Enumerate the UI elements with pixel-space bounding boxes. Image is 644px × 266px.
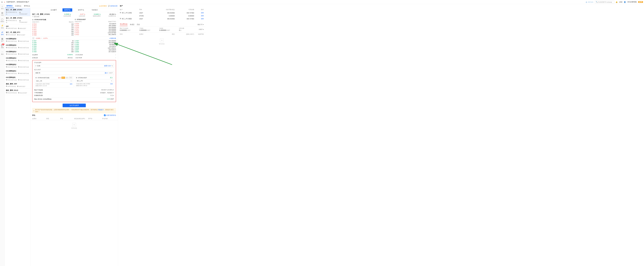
strategy-item[interactable]: KNC费率套利6KNC/USDT永续KNC/USDT永续 (5, 37, 30, 44)
form-left-account: STORJ/USDT永续 卖出 全仓 3X 币本 张三_1号 可用(USDT) … (34, 76, 74, 88)
right-transfer-link[interactable]: 划转 (110, 83, 113, 85)
asset-row: 张三_1号 (永续)USDT489.454960448.737960划转 (118, 11, 206, 14)
search-icon: 🔍 (596, 1, 598, 3)
aicoin-logo: ◐ AICoin (586, 1, 593, 3)
metric: 48.864 %当前费率年化 (108, 13, 116, 17)
search-input[interactable]: 🔍 OLAS/WETH uniswap (595, 1, 614, 4)
nav-icon: ⇄ (2, 31, 3, 33)
username[interactable]: AICoin研究院 (628, 1, 637, 3)
strategy-item[interactable]: 测试_费率_EGLDEGLD/USD永续EGLD/USDT (5, 89, 30, 95)
metric: 0.0492 %预测资金费率 (93, 13, 100, 17)
strategy-item[interactable]: KNC费率套利1KNC/USDT永续KNC/USDT永续 (5, 69, 30, 76)
refresh-price-link[interactable]: ≡ 刷新价格 (109, 37, 116, 39)
depth-row: 0.7004147 (32, 44, 74, 45)
transfer-link[interactable]: 划转 (201, 12, 204, 14)
strategy-item[interactable]: KNC费率套利5KNC/USDT永续KNC/USDT永续 (5, 44, 30, 50)
nav-icon: ⌂ (2, 5, 3, 8)
pnl-tab-2[interactable]: 历史 (137, 24, 140, 26)
promo-text: 无需申请API，管理您的OKX账户 (6, 1, 29, 3)
pnl-empty: ≣ 暂无信息 (118, 36, 206, 48)
center-tab-3[interactable]: 专家模式 (90, 8, 100, 12)
sidenav-更多[interactable]: ⋯更多 (1, 51, 4, 55)
price-badge: 价 (32, 37, 34, 39)
strategy-item[interactable]: KNC费率套利2KNC/USDT永续KNC/USDT永续 (5, 63, 30, 69)
right-account-select[interactable]: 张三_1号 (76, 79, 113, 83)
nav-icon: ▤ (1, 12, 3, 14)
period-filter[interactable]: 最近7天 ▾ (198, 24, 204, 26)
depth-row: 0.7002187 (32, 47, 74, 49)
pnl-tab-1[interactable]: 未成交 (130, 24, 134, 26)
only-arbitrage-checkbox[interactable]: 仅显示套利持仓 (104, 114, 116, 116)
strategy-item[interactable]: 张三_1号_期现_BTCBTC/USD当季BTC/USDT (5, 31, 30, 37)
edit-strategy-link[interactable]: ✎ 编辑策略 (32, 16, 50, 18)
pnl-stat: 最近7天总收益0.000000USDT (120, 28, 140, 31)
depth-row: 0.7003215 (32, 45, 74, 47)
depth-row: 0.699992.423674 (75, 45, 116, 47)
spread-input[interactable]: > 0.04 推荐 0.04% (34, 64, 114, 68)
sidenav-行情[interactable]: ▤行情 (1, 12, 4, 16)
nav-icon: ◯ (1, 18, 3, 21)
currency-selector[interactable]: USD (619, 1, 622, 3)
transfer-link[interactable]: 划转 (201, 18, 204, 20)
depth-row: 0.7000368 (32, 51, 74, 53)
bell-icon[interactable]: 🔔 (616, 1, 618, 3)
pnl-tab-0[interactable]: 资金费收益 (120, 23, 128, 26)
avatar-icon[interactable]: 👤 (624, 1, 626, 3)
strategy-item[interactable]: 测试_费率_XRPXRP/USD永续XRP/USDT (5, 82, 30, 89)
left-transfer-link[interactable]: 划转 (70, 83, 72, 85)
sidenav-资产[interactable]: ▦资产 (1, 38, 4, 42)
strategy-item[interactable]: 张三_1号_费率_STORJSTORJ/USDT永续STORJ/USDT (5, 16, 30, 25)
sidenav-快讯[interactable]: ⚡快讯 (1, 24, 4, 29)
left-account-select[interactable]: 张三_1号 (36, 79, 72, 83)
run-open-button[interactable]: 运行开仓程序 (62, 104, 86, 107)
form-right-account: STORJ/USDT 买入 张三_1号 可用(USDT) 448.737960划… (75, 76, 114, 88)
recommend-link[interactable]: 推荐 0.04 (104, 65, 111, 67)
sidenav-套利[interactable]: ⇄套利 (1, 31, 4, 36)
external-link-icon[interactable]: ⧉ (1, 1, 3, 3)
strategy-item[interactable]: KNC费率套利4KNC/USDT永续KNC/USDT永续 (5, 50, 30, 56)
risk-link[interactable]: 风险提示 (98, 109, 104, 110)
form-option[interactable]: 价差检查次数3 次 ▾ (34, 94, 114, 97)
warning-icon: ⚠ (33, 110, 34, 112)
club-link[interactable]: 💬套利俱乐部 (108, 5, 118, 7)
left-tab-1[interactable]: 价差机会 (14, 4, 23, 8)
globe-icon: ◐ (586, 1, 587, 3)
form-option[interactable]: 每次下单金额50USDT (14.86%) ▾ (34, 89, 114, 91)
depth-row: 0.700290.000000 (75, 44, 116, 45)
strategy-item[interactable]: KNC费率套利KNC/USDT永续KNC/USDT永续 (5, 76, 30, 82)
depth-row: 0.7011155 (32, 29, 74, 31)
depth-row: 0.7007165.000000 (75, 40, 116, 42)
center-tab-2[interactable]: 套利平仓 (76, 8, 86, 12)
strategy-title: 张三_1号_费率_STORJ (32, 13, 50, 16)
positions-empty: ≣ 暂无信息 (30, 120, 118, 132)
strategy-item[interactable]: 张三_1号_费率_STORJSTORJ/USDT永续STORJ/USDT (5, 8, 30, 16)
pnl-stat: 结算次数0次 (179, 28, 199, 31)
depth-row: 0.7003255.000000 (75, 42, 116, 44)
depth-row: 0.702092.423674 (75, 23, 116, 25)
sidenav-群聊[interactable]: 💬群聊99+ (1, 44, 4, 49)
max-link[interactable]: 最大 (105, 72, 108, 74)
left-tab-0[interactable]: 套利组合 (5, 4, 14, 8)
depth-row: 0.7017165.000000 (75, 28, 116, 30)
center-tab-0[interactable]: 自动赚币 (49, 8, 58, 12)
center-tab-1[interactable]: 套利开仓 (62, 8, 72, 12)
transfer-link[interactable]: 划转 (201, 15, 204, 17)
pnl-stat: 正收益0.000000USDT (140, 28, 159, 31)
metric: 0.0595 %当前资金费率 (63, 13, 71, 17)
invest-input[interactable]: 448.70 最大USDT (34, 71, 114, 75)
left-tab-2[interactable]: 费率机会 (23, 4, 32, 8)
chat-icon: 💬 (108, 5, 110, 7)
form-option[interactable]: 下单价格模式永续超价，现货超价 ▾ (34, 91, 114, 94)
strategy-item[interactable]: KNC费率套利3KNC/USDT永续KNC/USDT永续 (5, 56, 30, 63)
strategy-item[interactable]: apeAPE/USDT永续APE/USDT (5, 25, 30, 31)
book-icon: ▤ (99, 5, 100, 7)
depth-row: 0.6996257.423674 (75, 51, 116, 53)
assets-title: 资产 (118, 4, 206, 8)
depth-row: 0.7005163 (32, 42, 74, 44)
depth-row: 0.700733 (32, 40, 74, 42)
tutorial-link[interactable]: ▤套利教程 (99, 5, 107, 7)
sidenav-Web3[interactable]: ◯Web3 (1, 18, 4, 22)
sidenav-首页[interactable]: ⌂首页 (1, 5, 4, 10)
depth-row: 0.7012120 (32, 27, 74, 29)
depth-row: 0.69981287.203211 (75, 47, 116, 49)
